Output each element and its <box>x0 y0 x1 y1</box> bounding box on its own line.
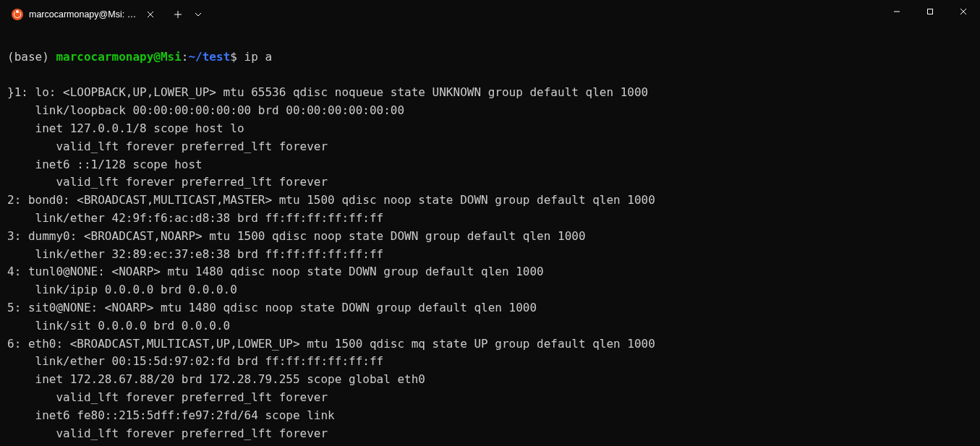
output-line: link/loopback 00:00:00:00:00:00 brd 00:0… <box>7 102 973 120</box>
output-line: 4: tunl0@NONE: <NOARP> mtu 1480 qdisc no… <box>7 263 973 281</box>
output-line: link/ether 42:9f:f6:ac:d8:38 brd ff:ff:f… <box>7 210 973 228</box>
user-host: marcocarmonapy@Msi <box>56 50 181 64</box>
output-line: 2: bond0: <BROADCAST,MULTICAST,MASTER> m… <box>7 192 973 210</box>
output-line: inet 172.28.67.88/20 brd 172.28.79.255 s… <box>7 371 973 389</box>
output-line: inet 127.0.0.1/8 scope host lo <box>7 120 973 138</box>
tab-title: marcocarmonapy@Msi: ~/tes <box>29 9 140 20</box>
maximize-button[interactable] <box>913 0 947 23</box>
output-line: 6: eth0: <BROADCAST,MULTICAST,UP,LOWER_U… <box>7 335 973 353</box>
output-line: 3: dummy0: <BROADCAST,NOARP> mtu 1500 qd… <box>7 228 973 246</box>
output-line: link/ether 00:15:5d:97:02:fd brd ff:ff:f… <box>7 353 973 371</box>
output-line: valid_lft forever preferred_lft forever <box>7 389 973 407</box>
tab-ubuntu[interactable]: marcocarmonapy@Msi: ~/tes <box>4 3 163 26</box>
window-controls <box>880 0 980 26</box>
prompt-line: (base) marcocarmonapy@Msi:~/test$ ip a <box>7 48 973 67</box>
cwd-path: ~/test <box>188 50 230 64</box>
tab-strip: marcocarmonapy@Msi: ~/tes <box>0 0 207 26</box>
output-line: 5: sit0@NONE: <NOARP> mtu 1480 qdisc noo… <box>7 299 973 317</box>
plus-icon <box>174 10 182 19</box>
prompt-dollar: $ <box>230 50 244 64</box>
output-line: valid_lft forever preferred_lft forever <box>7 173 973 192</box>
close-window-button[interactable] <box>947 0 980 23</box>
command-text: ip a <box>244 50 273 64</box>
output-line: link/sit 0.0.0.0 brd 0.0.0.0 <box>7 317 973 335</box>
command-output: }1: lo: <LOOPBACK,UP,LOWER_UP> mtu 65536… <box>7 84 973 442</box>
minimize-button[interactable] <box>880 0 913 23</box>
output-line: link/ipip 0.0.0.0 brd 0.0.0.0 <box>7 281 973 299</box>
terminal-content[interactable]: (base) marcocarmonapy@Msi:~/test$ ip a }… <box>0 26 980 446</box>
output-line: }1: lo: <LOOPBACK,UP,LOWER_UP> mtu 65536… <box>7 84 973 102</box>
tab-close-button[interactable] <box>145 9 156 20</box>
maximize-icon <box>926 8 934 15</box>
output-line: valid_lft forever preferred_lft forever <box>7 138 973 156</box>
svg-rect-0 <box>928 9 933 14</box>
output-line: inet6 fe80::215:5dff:fe97:2fd/64 scope l… <box>7 407 973 425</box>
chevron-down-icon <box>195 11 202 18</box>
output-line: valid_lft forever preferred_lft forever <box>7 425 973 443</box>
minimize-icon <box>893 8 900 15</box>
new-tab-button[interactable] <box>166 3 189 26</box>
tab-dropdown-button[interactable] <box>189 3 207 26</box>
close-icon <box>960 8 967 15</box>
window-titlebar: marcocarmonapy@Msi: ~/tes <box>0 0 980 26</box>
output-line: link/ether 32:89:ec:37:e8:38 brd ff:ff:f… <box>7 246 973 264</box>
output-line: inet6 ::1/128 scope host <box>7 156 973 174</box>
close-icon <box>147 11 154 18</box>
ubuntu-icon <box>12 9 23 20</box>
conda-env: (base) <box>7 50 56 64</box>
